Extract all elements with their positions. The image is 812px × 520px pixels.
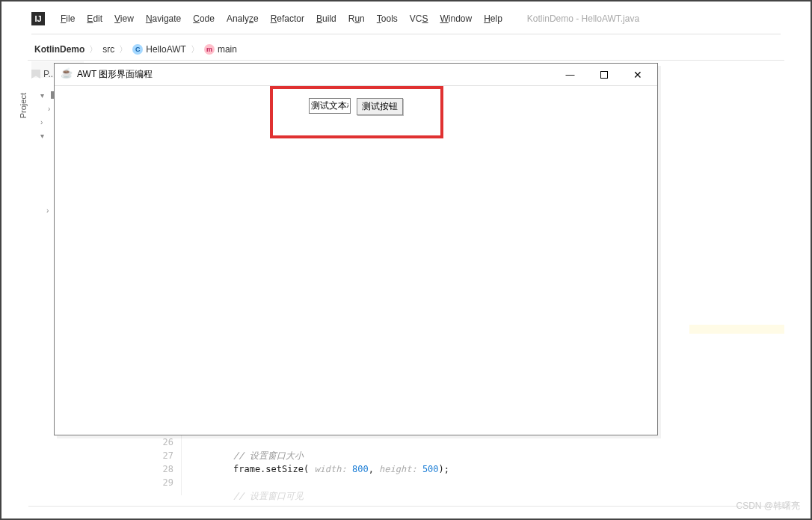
breadcrumb-sep-icon: 〉 <box>191 43 200 56</box>
menu-help[interactable]: Help <box>479 12 508 25</box>
editor-warning-strip <box>689 325 784 334</box>
chevron-right-icon[interactable]: › <box>46 207 54 215</box>
java-icon <box>61 69 73 81</box>
close-button[interactable]: ✕ <box>621 64 654 85</box>
line-number: 26 <box>144 435 173 449</box>
breadcrumb-sep-icon: 〉 <box>119 43 128 56</box>
code-number: 500 <box>422 464 439 474</box>
menu-file[interactable]: File <box>55 12 80 25</box>
menu-analyze[interactable]: Analyze <box>221 12 264 25</box>
project-tab[interactable]: P... <box>31 69 55 79</box>
breadcrumb: KotlinDemo 〉 src 〉 C HelloAWT 〉 m main <box>31 41 240 58</box>
breadcrumb-sep-icon: 〉 <box>89 43 98 56</box>
breadcrumb-class-label: HelloAWT <box>146 44 186 55</box>
class-icon: C <box>132 44 143 55</box>
annotation-red-box <box>270 86 443 138</box>
bookmark-icon <box>31 70 40 79</box>
minimize-button[interactable]: — <box>553 64 587 85</box>
breadcrumb-method-label: main <box>218 44 237 55</box>
code-call: frame.setSize( <box>233 464 309 474</box>
project-stripe-label: Project <box>19 93 28 118</box>
method-icon: m <box>204 44 215 55</box>
watermark: CSDN @韩曙亮 <box>736 500 800 513</box>
ide-logo-icon: IJ <box>31 12 45 25</box>
line-number: 29 <box>144 476 173 489</box>
gutter-border <box>181 435 182 495</box>
menu-run[interactable]: Run <box>343 12 370 25</box>
menu-code[interactable]: Code <box>188 12 220 25</box>
menu-tools[interactable]: Tools <box>372 12 403 25</box>
menubar-separator <box>31 34 781 34</box>
maximize-button[interactable] <box>587 64 621 85</box>
code-number: 800 <box>352 464 369 474</box>
chevron-right-icon[interactable]: › <box>40 118 48 126</box>
menu-window[interactable]: Window <box>434 12 477 25</box>
code-comment: // 设置窗口大小 <box>233 450 304 461</box>
maximize-icon <box>600 71 608 79</box>
bottom-border <box>28 506 784 507</box>
breadcrumb-method[interactable]: m main <box>201 44 240 55</box>
ide-menubar: IJ File Edit View Navigate Code Analyze … <box>31 7 803 30</box>
editor-code[interactable]: // 设置窗口大小 frame.setSize( width: 800, hei… <box>233 435 449 503</box>
project-tool-stripe[interactable]: Project <box>16 63 30 482</box>
code-comment-partial: // 设置窗口可见 <box>233 491 304 501</box>
editor-gutter: 26 27 28 29 <box>144 435 173 489</box>
awt-titlebar[interactable]: AWT 图形界面编程 — ✕ <box>55 64 657 86</box>
chevron-down-icon[interactable]: ▾ <box>40 132 48 140</box>
menu-vcs[interactable]: VCS <box>405 12 434 25</box>
menu-view[interactable]: View <box>109 12 139 25</box>
menu-edit[interactable]: Edit <box>81 12 108 25</box>
line-number: 27 <box>144 449 173 462</box>
chevron-down-icon[interactable]: ▾ <box>40 91 48 100</box>
awt-body: 测试按钮 <box>55 86 657 435</box>
breadcrumb-project[interactable]: KotlinDemo <box>31 44 87 55</box>
ide-window-title: KotlinDemo - HelloAWT.java <box>527 13 639 24</box>
breadcrumb-src[interactable]: src <box>99 44 117 55</box>
menu-navigate[interactable]: Navigate <box>141 12 186 25</box>
awt-window: AWT 图形界面编程 — ✕ 测试按钮 <box>54 63 658 435</box>
menu-refactor[interactable]: Refactor <box>265 12 310 25</box>
menu-build[interactable]: Build <box>311 12 342 25</box>
param-hint: height: <box>379 464 422 474</box>
param-hint: width: <box>309 464 352 474</box>
awt-window-title: AWT 图形界面编程 <box>77 68 153 81</box>
line-number: 28 <box>144 462 173 476</box>
close-icon: ✕ <box>633 69 642 81</box>
breadcrumb-separator <box>28 60 784 61</box>
breadcrumb-class[interactable]: C HelloAWT <box>129 44 189 55</box>
